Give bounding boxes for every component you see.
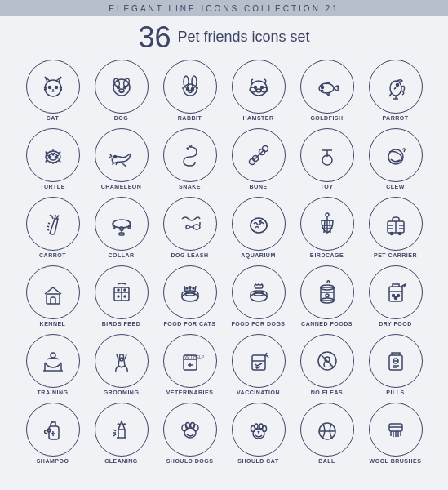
- list-item: AQUARIUM: [225, 194, 292, 261]
- svg-point-76: [193, 287, 194, 289]
- icon-label: TRAINING: [38, 390, 69, 396]
- list-item: RABBIT: [157, 57, 224, 124]
- collar-icon: [95, 197, 149, 251]
- icon-label: BIRDCAGE: [310, 252, 344, 259]
- svg-point-31: [249, 158, 255, 164]
- icon-label: COLLAR: [108, 252, 134, 259]
- list-item: CARROT: [20, 194, 86, 261]
- svg-line-95: [117, 354, 118, 359]
- list-item: PARROT: [362, 57, 429, 124]
- icon-label: CANNED FOODS: [301, 321, 353, 327]
- list-item: GOLDFISH: [294, 57, 361, 124]
- pawdog-icon: [163, 403, 217, 457]
- svg-point-12: [186, 87, 189, 90]
- svg-point-44: [186, 225, 189, 229]
- pawcat-icon: [232, 403, 286, 457]
- list-item: SNAKE: [157, 126, 224, 193]
- svg-point-1: [48, 86, 51, 88]
- cat-icon: [26, 60, 80, 114]
- carrier-icon: [369, 197, 423, 251]
- svg-point-0: [45, 80, 61, 96]
- svg-point-18: [256, 89, 261, 92]
- list-item: BALL: [294, 400, 361, 467]
- svg-point-86: [392, 294, 394, 296]
- list-item: CHAMELEON: [88, 126, 155, 193]
- list-item: SHOULD CAT: [225, 400, 292, 467]
- list-item: CANNED FOODS: [294, 263, 361, 330]
- svg-point-22: [321, 86, 323, 88]
- header-subtitle: ELEGANT LINE ICONS COLLECTION 21: [0, 0, 448, 16]
- list-item: DOG: [88, 57, 155, 124]
- snake-icon: [163, 128, 217, 182]
- svg-rect-64: [47, 294, 60, 304]
- icon-label: DOG: [114, 115, 128, 122]
- icon-label: TOY: [321, 184, 334, 190]
- rabbit-icon: [163, 60, 217, 114]
- svg-text:VET HELP: VET HELP: [184, 354, 205, 359]
- birdsfeed-icon: [95, 265, 149, 319]
- dogfood-icon: [232, 265, 286, 319]
- ball-icon: [300, 403, 354, 457]
- list-item: COLLAR: [88, 194, 155, 261]
- svg-line-50: [324, 220, 325, 233]
- list-item: BONE: [225, 126, 292, 193]
- svg-point-55: [326, 213, 329, 216]
- svg-point-119: [255, 424, 258, 429]
- list-item: SHAMPOO: [20, 400, 86, 467]
- svg-line-96: [125, 354, 126, 359]
- svg-point-27: [113, 155, 116, 158]
- list-item: HAMSTER: [225, 57, 292, 124]
- icon-label: SHAMPOO: [37, 458, 69, 465]
- shampoo-icon: [26, 403, 80, 457]
- icon-label: CLEANING: [104, 458, 138, 465]
- list-item: BIRDS FEED: [88, 263, 155, 330]
- list-item: TURTLE: [20, 126, 86, 193]
- svg-point-7: [123, 86, 126, 88]
- svg-point-83: [326, 294, 329, 297]
- icon-label: KENNEL: [40, 321, 66, 327]
- svg-line-52: [330, 220, 330, 233]
- svg-point-69: [124, 289, 126, 291]
- cleaning-icon: [95, 403, 149, 457]
- vaccination-icon: [232, 334, 286, 388]
- carrot-icon: [26, 197, 80, 251]
- page-title: Pet friends icons set: [177, 29, 309, 47]
- training-icon: [26, 334, 80, 388]
- list-item: CLEANING: [88, 400, 155, 467]
- list-item: WOOL BRUSHES: [362, 400, 429, 467]
- list-item: PET CARRIER: [362, 194, 429, 261]
- icon-label: DOG LEASH: [171, 252, 208, 259]
- list-item: FOOD FOR DOGS: [225, 263, 292, 330]
- list-item: FOOD FOR CATS: [157, 263, 224, 330]
- list-item: TOY: [294, 126, 361, 193]
- icon-label: BONE: [249, 184, 267, 190]
- svg-point-89: [51, 353, 55, 358]
- svg-rect-42: [119, 233, 124, 235]
- nofleas-icon: [300, 334, 354, 388]
- svg-point-114: [185, 422, 189, 428]
- icon-count: 36: [138, 23, 171, 52]
- parrot-icon: [369, 60, 423, 114]
- svg-point-75: [189, 287, 191, 288]
- svg-point-68: [118, 289, 119, 291]
- list-item: CAT: [20, 57, 86, 124]
- icon-label: SHOULD CAT: [237, 458, 278, 465]
- kennel-icon: [26, 265, 80, 319]
- svg-point-62: [390, 232, 393, 234]
- leash-icon: [163, 197, 217, 251]
- list-item: KENNEL: [20, 263, 86, 330]
- icon-label: GROOMING: [104, 390, 140, 396]
- chameleon-icon: [95, 128, 149, 182]
- icon-label: PILLS: [386, 390, 404, 396]
- toy-icon: [300, 128, 354, 182]
- pills-icon: [369, 334, 423, 388]
- svg-point-74: [186, 287, 188, 289]
- list-item: VET HELP VETERINARIES: [157, 332, 224, 399]
- list-item: GROOMING: [88, 332, 155, 399]
- icon-label: AQUARIUM: [241, 252, 276, 259]
- svg-point-24: [396, 83, 398, 86]
- svg-point-25: [46, 151, 60, 163]
- clew-icon: [369, 128, 423, 182]
- icon-label: GOLDFISH: [310, 115, 343, 122]
- list-item: CLEW: [362, 126, 429, 193]
